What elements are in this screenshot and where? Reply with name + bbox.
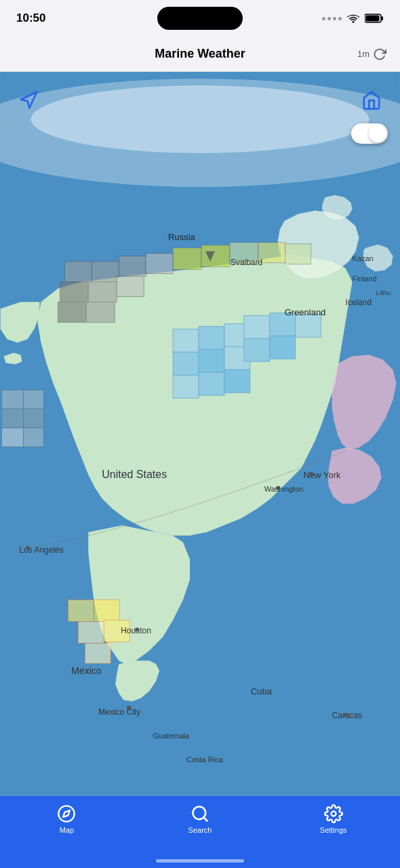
- svg-marker-72: [63, 810, 70, 817]
- svg-rect-34: [68, 600, 94, 622]
- svg-rect-32: [244, 338, 270, 361]
- svg-text:Iceland: Iceland: [346, 298, 372, 307]
- svg-rect-8: [119, 256, 146, 276]
- svg-rect-23: [173, 352, 199, 375]
- refresh-button[interactable]: 1m: [357, 47, 386, 61]
- svg-point-63: [310, 472, 314, 476]
- svg-rect-1: [382, 16, 384, 20]
- svg-rect-10: [60, 281, 88, 302]
- svg-rect-43: [2, 428, 24, 447]
- svg-rect-20: [173, 329, 199, 352]
- nav-header: Marine Weather 1m: [0, 37, 400, 72]
- svg-point-68: [344, 713, 348, 717]
- page-title: Marine Weather: [155, 47, 245, 61]
- gear-icon: [324, 804, 343, 823]
- wifi-icon: [347, 14, 359, 23]
- svg-rect-13: [58, 302, 86, 322]
- map-container[interactable]: Russia Svalbard Greenland Iceland Finlan…: [0, 72, 400, 796]
- svg-rect-14: [86, 302, 115, 322]
- compass-icon: [57, 804, 76, 823]
- svg-text:New York: New York: [304, 470, 341, 480]
- svg-rect-29: [244, 315, 270, 338]
- svg-text:Kazan: Kazan: [353, 254, 374, 262]
- svg-rect-2: [366, 16, 380, 22]
- svg-rect-12: [117, 276, 144, 296]
- svg-rect-24: [199, 349, 224, 372]
- svg-text:Costa Rica: Costa Rica: [186, 755, 224, 764]
- location-button[interactable]: [14, 85, 43, 115]
- tab-bar: Map Search Settings: [0, 796, 400, 868]
- tab-settings[interactable]: Settings: [266, 804, 400, 834]
- status-bar: 10:50: [0, 0, 400, 37]
- search-icon: [191, 804, 209, 823]
- svg-point-71: [59, 806, 75, 821]
- svg-point-66: [135, 627, 139, 631]
- layer-toggle[interactable]: [351, 123, 388, 144]
- battery-icon: [365, 14, 384, 23]
- svg-rect-44: [23, 428, 43, 447]
- signal-icon: [322, 17, 342, 20]
- svg-rect-9: [146, 253, 173, 273]
- toggle-knob: [369, 125, 386, 142]
- svg-rect-31: [296, 314, 321, 337]
- refresh-icon: [373, 47, 386, 61]
- home-indicator: [156, 859, 244, 863]
- svg-text:Greenland: Greenland: [285, 307, 326, 317]
- tab-settings-label: Settings: [320, 826, 347, 834]
- svg-point-5: [31, 85, 369, 153]
- svg-text:Svalbard: Svalbard: [231, 258, 262, 267]
- status-time: 10:50: [16, 12, 45, 25]
- svg-rect-19: [285, 244, 311, 264]
- svg-line-74: [203, 817, 207, 821]
- svg-point-67: [127, 706, 132, 711]
- svg-rect-42: [23, 409, 43, 428]
- svg-rect-38: [85, 643, 111, 663]
- svg-point-75: [331, 812, 336, 816]
- svg-text:Guatemala: Guatemala: [153, 732, 190, 740]
- svg-rect-35: [94, 600, 119, 622]
- svg-rect-40: [2, 409, 24, 428]
- tab-search[interactable]: Search: [134, 804, 267, 834]
- svg-text:Russia: Russia: [168, 232, 195, 242]
- svg-text:United States: United States: [102, 469, 167, 480]
- svg-rect-11: [88, 281, 117, 302]
- svg-rect-16: [201, 245, 230, 267]
- svg-rect-39: [2, 390, 24, 409]
- svg-rect-26: [173, 375, 199, 398]
- tab-search-label: Search: [188, 826, 212, 834]
- svg-rect-6: [64, 261, 92, 281]
- svg-point-64: [276, 486, 280, 490]
- home-button[interactable]: [357, 85, 386, 115]
- svg-rect-27: [199, 372, 224, 395]
- tab-map[interactable]: Map: [0, 804, 134, 834]
- svg-rect-36: [78, 621, 104, 643]
- svg-text:Washington: Washington: [264, 485, 304, 493]
- refresh-time: 1m: [357, 49, 369, 59]
- svg-text:Lithu.: Lithu.: [376, 289, 393, 296]
- svg-rect-33: [270, 336, 296, 359]
- svg-marker-70: [21, 92, 37, 108]
- status-icons: [322, 14, 384, 23]
- svg-rect-28: [224, 370, 250, 393]
- svg-rect-7: [92, 261, 119, 281]
- tab-map-label: Map: [60, 826, 74, 834]
- dynamic-island: [157, 7, 243, 30]
- svg-text:Mexico City: Mexico City: [98, 707, 140, 717]
- svg-text:Mexico: Mexico: [71, 665, 101, 676]
- map-svg: Russia Svalbard Greenland Iceland Finlan…: [0, 72, 400, 796]
- svg-text:Finland: Finland: [353, 275, 377, 283]
- svg-rect-21: [199, 326, 224, 349]
- svg-text:Cuba: Cuba: [251, 686, 273, 696]
- svg-rect-15: [173, 248, 201, 270]
- svg-rect-41: [23, 390, 43, 409]
